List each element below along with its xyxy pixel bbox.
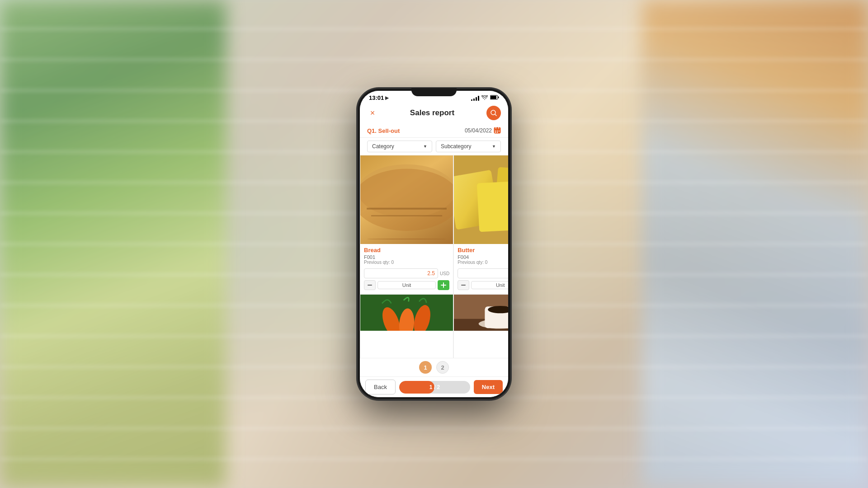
category-label: Category bbox=[372, 143, 394, 150]
svg-rect-25 bbox=[477, 181, 508, 232]
product-image-coffee bbox=[454, 295, 508, 331]
navigation-arrow-icon: ▶ bbox=[385, 95, 389, 100]
svg-rect-6 bbox=[494, 127, 500, 130]
wifi-icon bbox=[481, 95, 488, 101]
bread-qty-controls: Unit bbox=[360, 280, 453, 294]
product-card-bread: Bread F001 Previous qty: 0 USD Unit bbox=[360, 155, 453, 294]
bread-qty-input-row: USD bbox=[360, 268, 453, 280]
product-image-carrots bbox=[360, 295, 453, 331]
svg-rect-13 bbox=[497, 132, 498, 133]
signal-bar-4 bbox=[478, 96, 479, 101]
calendar-icon[interactable] bbox=[494, 127, 501, 135]
signal-bar-2 bbox=[473, 99, 475, 101]
product-image-bread bbox=[360, 155, 453, 244]
butter-qty-input-row: USD bbox=[454, 268, 508, 280]
svg-rect-19 bbox=[368, 285, 372, 286]
phone-device: 13:01 ▶ bbox=[357, 88, 511, 400]
product-card-butter: Butter F004 Previous qty: 0 USD Unit bbox=[453, 155, 508, 294]
bread-prev-qty: Previous qty: 0 bbox=[364, 260, 449, 265]
next-button[interactable]: Next bbox=[474, 380, 503, 394]
bread-decrement-button[interactable] bbox=[364, 280, 376, 290]
category-dropdown[interactable]: Category ▼ bbox=[367, 141, 432, 152]
signal-bar-3 bbox=[476, 97, 477, 101]
scene: 13:01 ▶ bbox=[0, 0, 868, 488]
date-label: 05/04/2022 bbox=[465, 127, 492, 134]
back-button[interactable]: Back bbox=[365, 380, 396, 394]
page-dot-1[interactable]: 1 bbox=[419, 361, 432, 374]
signal-bar-1 bbox=[471, 99, 472, 101]
bottom-nav: Back 1 / 2 Next bbox=[360, 376, 508, 397]
progress-text: 1 / 2 bbox=[429, 384, 440, 390]
pagination: 1 2 bbox=[360, 358, 508, 376]
phone-screen: 13:01 ▶ bbox=[360, 91, 508, 397]
chevron-down-icon: ▼ bbox=[423, 144, 427, 149]
butter-code: F004 bbox=[458, 254, 508, 260]
status-icons bbox=[471, 95, 499, 101]
bread-increment-button[interactable] bbox=[438, 280, 449, 290]
butter-qty-controls: Unit bbox=[454, 280, 508, 294]
svg-rect-12 bbox=[495, 132, 496, 133]
svg-rect-26 bbox=[461, 285, 466, 286]
bread-info: Bread F001 Previous qty: 0 bbox=[360, 244, 453, 268]
svg-point-16 bbox=[360, 169, 453, 230]
battery-icon bbox=[490, 95, 499, 101]
products-grid: Bread F001 Previous qty: 0 USD Unit bbox=[360, 155, 508, 358]
app-header: × Sales report bbox=[360, 103, 508, 124]
butter-decrement-button[interactable] bbox=[458, 280, 469, 290]
svg-rect-2 bbox=[491, 96, 496, 99]
filters-row: Category ▼ Subcategory ▼ bbox=[360, 138, 508, 155]
subcategory-dropdown[interactable]: Subcategory ▼ bbox=[436, 141, 501, 152]
bread-code: F001 bbox=[364, 254, 449, 260]
svg-rect-11 bbox=[499, 131, 500, 131]
question-label: Q1. Sell-out bbox=[367, 127, 400, 134]
search-button[interactable] bbox=[486, 106, 501, 120]
page-title: Sales report bbox=[410, 108, 454, 117]
svg-rect-10 bbox=[497, 131, 498, 131]
chevron-down-icon: ▼ bbox=[492, 144, 496, 149]
butter-qty-input[interactable] bbox=[458, 268, 508, 278]
svg-rect-9 bbox=[495, 131, 496, 131]
product-card-coffee bbox=[453, 294, 508, 358]
bread-currency: USD bbox=[440, 271, 449, 276]
sub-header: Q1. Sell-out 05/04/2022 bbox=[360, 124, 508, 138]
bread-qty-input[interactable] bbox=[364, 268, 438, 278]
time-text: 13:01 bbox=[369, 94, 384, 101]
product-card-carrots bbox=[360, 294, 453, 358]
bread-unit-label: Unit bbox=[377, 281, 436, 289]
subcategory-label: Subcategory bbox=[441, 143, 471, 150]
progress-bar: 1 / 2 bbox=[399, 381, 470, 394]
bread-name: Bread bbox=[364, 247, 449, 253]
close-button[interactable]: × bbox=[367, 108, 378, 118]
page-dot-2[interactable]: 2 bbox=[436, 361, 449, 374]
butter-prev-qty: Previous qty: 0 bbox=[458, 260, 508, 265]
butter-info: Butter F004 Previous qty: 0 bbox=[454, 244, 508, 268]
product-image-butter bbox=[454, 155, 508, 244]
butter-unit-label: Unit bbox=[471, 281, 508, 289]
butter-name: Butter bbox=[458, 247, 508, 253]
signal-bars-icon bbox=[471, 95, 479, 101]
svg-line-4 bbox=[495, 114, 496, 116]
phone-notch bbox=[411, 88, 457, 96]
svg-rect-1 bbox=[498, 97, 499, 99]
status-time: 13:01 ▶ bbox=[369, 94, 389, 101]
